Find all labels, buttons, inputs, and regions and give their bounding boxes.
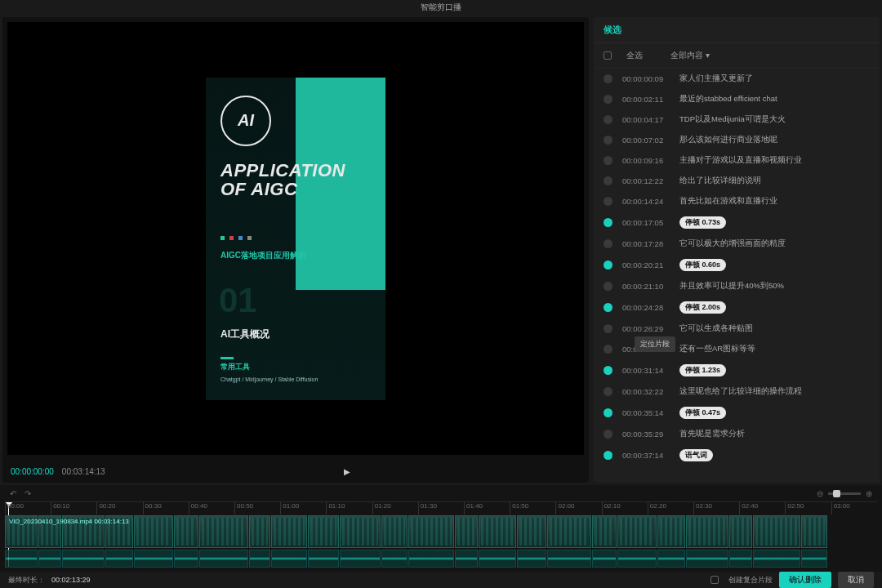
video-clip[interactable]: [753, 515, 800, 548]
audio-clip[interactable]: [38, 550, 61, 568]
video-clip[interactable]: [340, 515, 381, 548]
select-all-label[interactable]: 全选: [626, 50, 643, 61]
audio-clip[interactable]: [657, 550, 685, 568]
video-clip[interactable]: [547, 515, 591, 548]
transcript-row[interactable]: 00:00:12:22给出了比较详细的说明: [594, 171, 880, 191]
row-checkbox[interactable]: [604, 197, 612, 206]
time-ruler[interactable]: 00:0000:1000:2000:3000:4000:5001:0001:10…: [5, 501, 877, 514]
video-clip[interactable]: [271, 515, 307, 548]
audio-clip[interactable]: [249, 550, 270, 568]
video-clip[interactable]: [134, 515, 173, 548]
transcript-row[interactable]: 00:00:31:14停顿 1.23s: [594, 359, 880, 381]
row-checkbox[interactable]: [604, 136, 612, 145]
row-checkbox[interactable]: [604, 95, 612, 104]
video-clip[interactable]: [686, 515, 728, 548]
video-clip[interactable]: [455, 515, 478, 548]
transcript-row[interactable]: 00:00:24:28停顿 2.00s: [594, 296, 880, 318]
transcript-row[interactable]: 00:00:32:22这里呢也给了比较详细的操作流程: [594, 381, 880, 402]
audio-clip[interactable]: [62, 550, 105, 568]
video-clip[interactable]: [517, 515, 546, 548]
transcript-row[interactable]: 00:00:09:16主播对于游戏以及直播和视频行业: [594, 150, 880, 171]
video-clip[interactable]: [592, 515, 617, 548]
row-checkbox[interactable]: [604, 408, 612, 417]
transcript-row[interactable]: 00:00:14:24首先比如在游戏和直播行业: [594, 191, 880, 212]
row-checkbox[interactable]: [604, 430, 612, 439]
video-clip[interactable]: [249, 515, 270, 548]
row-checkbox[interactable]: [604, 282, 612, 291]
video-clip[interactable]: [308, 515, 339, 548]
audio-clip[interactable]: [340, 550, 381, 568]
compound-checkbox[interactable]: [710, 576, 719, 584]
row-text: 首先比如在游戏和直播行业: [679, 196, 777, 207]
transcript-row[interactable]: 00:00:35:29首先呢是需求分析: [594, 424, 880, 444]
row-checkbox[interactable]: [604, 345, 612, 354]
select-all-checkbox[interactable]: [604, 51, 612, 60]
audio-clip[interactable]: [729, 550, 752, 568]
confirm-delete-button[interactable]: 确认删除: [779, 572, 831, 588]
audio-clip[interactable]: [271, 550, 307, 568]
video-preview[interactable]: AI APPLICATION OF AIGC AIGC落地项目应用解析 01 A…: [7, 22, 584, 455]
video-clip[interactable]: [617, 515, 657, 548]
audio-clip[interactable]: [134, 550, 173, 568]
audio-clip[interactable]: [105, 550, 133, 568]
video-clip[interactable]: VID_20230410_190834.mp4 00:03:14:13: [5, 515, 38, 548]
audio-clip[interactable]: [199, 550, 248, 568]
audio-clip[interactable]: [479, 550, 516, 568]
play-button[interactable]: ▶: [344, 467, 350, 476]
row-checkbox[interactable]: [604, 115, 612, 124]
audio-track[interactable]: [5, 550, 877, 568]
row-checkbox[interactable]: [604, 451, 612, 460]
transcript-row[interactable]: 00:00:00:09家人们主播又更新了: [594, 69, 880, 89]
audio-clip[interactable]: [408, 550, 454, 568]
transcript-row[interactable]: 00:00:04:17TDP以及Medijunia可谓是大火: [594, 109, 880, 130]
row-checkbox[interactable]: [604, 366, 612, 375]
audio-clip[interactable]: [617, 550, 657, 568]
undo-icon[interactable]: ↶: [10, 489, 16, 498]
row-checkbox[interactable]: [604, 261, 612, 270]
row-checkbox[interactable]: [604, 74, 612, 83]
audio-clip[interactable]: [308, 550, 339, 568]
audio-clip[interactable]: [547, 550, 591, 568]
zoom-in-icon[interactable]: ⊕: [866, 489, 872, 498]
transcript-row[interactable]: 00:00:07:02那么该如何进行商业落地呢: [594, 130, 880, 150]
redo-icon[interactable]: ↷: [24, 489, 31, 498]
audio-clip[interactable]: [753, 550, 800, 568]
audio-clip[interactable]: [686, 550, 728, 568]
cancel-button[interactable]: 取消: [838, 572, 874, 588]
row-checkbox[interactable]: [604, 324, 612, 333]
transcript-row[interactable]: 00:00:29:06还有一些AR图标等等定位片段: [594, 339, 880, 359]
video-clip[interactable]: [199, 515, 248, 548]
video-clip[interactable]: [381, 515, 408, 548]
video-clip[interactable]: [479, 515, 516, 548]
row-checkbox[interactable]: [604, 303, 612, 312]
filter-dropdown[interactable]: 全部内容 ▾: [670, 50, 710, 61]
video-clip[interactable]: [801, 515, 827, 548]
transcript-row[interactable]: 00:00:20:21停顿 0.60s: [594, 254, 880, 276]
audio-clip[interactable]: [174, 550, 198, 568]
video-clip[interactable]: [657, 515, 685, 548]
row-checkbox[interactable]: [604, 239, 612, 248]
audio-clip[interactable]: [517, 550, 546, 568]
transcript-row[interactable]: 00:00:37:14语气词: [594, 444, 880, 466]
transcript-row[interactable]: 00:00:17:05停顿 0.73s: [594, 212, 880, 234]
zoom-out-icon[interactable]: ⊖: [817, 489, 823, 498]
row-checkbox[interactable]: [604, 176, 612, 185]
audio-clip[interactable]: [592, 550, 617, 568]
video-track[interactable]: VID_20230410_190834.mp4 00:03:14:13: [5, 515, 877, 548]
transcript-list[interactable]: 00:00:00:09家人们主播又更新了00:00:02:11最近的stabbe…: [594, 69, 880, 483]
video-clip[interactable]: [729, 515, 752, 548]
zoom-slider[interactable]: [828, 492, 861, 495]
audio-clip[interactable]: [5, 550, 38, 568]
row-checkbox[interactable]: [604, 218, 612, 227]
audio-clip[interactable]: [455, 550, 478, 568]
audio-clip[interactable]: [801, 550, 827, 568]
row-checkbox[interactable]: [604, 387, 612, 396]
transcript-row[interactable]: 00:00:21:10并且效率可以提升40%到50%: [594, 276, 880, 296]
audio-clip[interactable]: [381, 550, 408, 568]
transcript-row[interactable]: 00:00:17:28它可以极大的增强画面的精度: [594, 234, 880, 254]
video-clip[interactable]: [174, 515, 198, 548]
row-checkbox[interactable]: [604, 156, 612, 165]
transcript-row[interactable]: 00:00:35:14停顿 0.47s: [594, 402, 880, 424]
transcript-row[interactable]: 00:00:02:11最近的stabbed efficient chat: [594, 89, 880, 109]
video-clip[interactable]: [408, 515, 454, 548]
